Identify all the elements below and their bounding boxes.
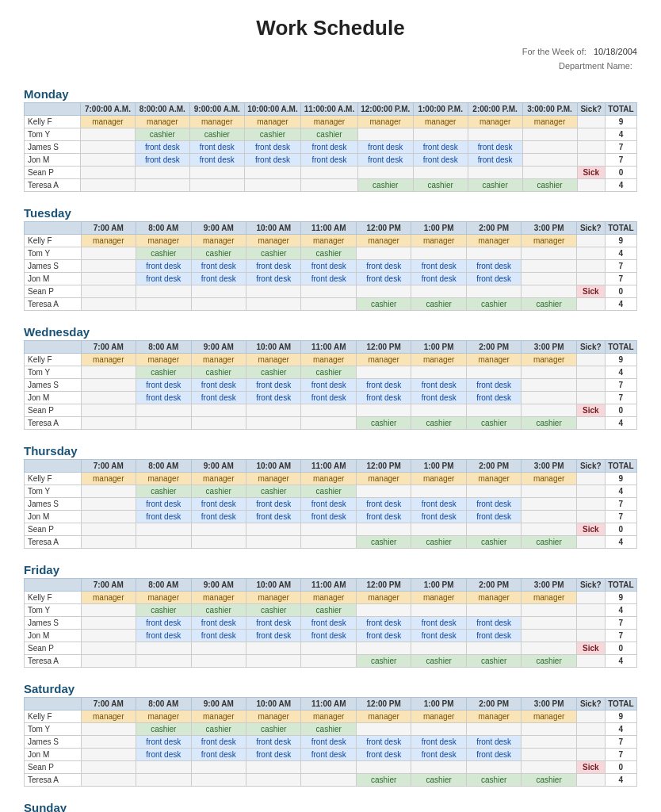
schedule-cell: front desk (136, 379, 191, 392)
schedule-cell: cashier (356, 655, 411, 668)
schedule-cell: front desk (466, 630, 521, 642)
schedule-cell (81, 774, 136, 787)
schedule-cell: manager (357, 116, 413, 128)
sick-header: Sick? (577, 103, 605, 116)
schedule-cell: front desk (411, 273, 466, 285)
employee-name: Sean P (25, 167, 81, 179)
time-header: 12:00 PM (356, 698, 411, 710)
day-section-sunday: Sunday7:00 AM8:00 AM9:00 AM10:00 AM11:00… (24, 801, 637, 812)
schedule-cell (466, 642, 521, 655)
sick-cell: Sick (576, 642, 605, 655)
header-info: For the Week of: 10/18/2004 Department N… (24, 45, 637, 73)
schedule-cell: cashier (413, 179, 468, 192)
time-header: 9:00 AM (191, 341, 246, 354)
total-cell: 4 (605, 128, 636, 141)
time-header: 10:00:00 A.M. (244, 103, 301, 116)
total-cell: 0 (605, 523, 636, 536)
sick-cell (576, 536, 605, 549)
time-header: 7:00 AM (81, 579, 136, 592)
schedule-cell (411, 485, 466, 498)
schedule-cell: cashier (411, 298, 466, 311)
schedule-cell (356, 761, 411, 774)
schedule-cell: cashier (191, 247, 246, 260)
schedule-cell: front desk (191, 392, 246, 404)
time-header: 8:00 AM (136, 460, 191, 473)
schedule-cell: manager (136, 354, 191, 366)
table-row: Tom Ycashiercashiercashiercashier4 (25, 128, 637, 141)
table-row: Sean PSick0 (25, 642, 637, 655)
table-row: Teresa Acashiercashiercashiercashier4 (25, 774, 637, 787)
schedule-cell (81, 366, 136, 379)
schedule-cell (301, 774, 356, 787)
employee-name: Tom Y (25, 604, 82, 617)
total-cell: 7 (605, 617, 636, 630)
table-row: James Sfront deskfront deskfront deskfro… (25, 498, 637, 511)
day-section-saturday: Saturday7:00 AM8:00 AM9:00 AM10:00 AM11:… (24, 682, 637, 787)
schedule-cell: cashier (411, 655, 466, 668)
sick-cell (577, 128, 605, 141)
table-row: Tom Ycashiercashiercashiercashier4 (25, 723, 637, 736)
schedule-cell: front desk (466, 749, 521, 761)
total-cell: 4 (605, 723, 636, 736)
schedule-cell (356, 247, 411, 260)
schedule-cell (246, 774, 300, 787)
time-header: 3:00 PM (522, 460, 576, 473)
schedule-cell (81, 379, 136, 392)
schedule-cell (135, 179, 189, 192)
sick-cell (577, 154, 605, 167)
schedule-cell (246, 761, 300, 774)
table-row: Kelly Fmanagermanagermanagermanagermanag… (25, 354, 637, 366)
table-row: Jon Mfront deskfront deskfront deskfront… (25, 630, 637, 642)
schedule-cell (522, 630, 576, 642)
schedule-cell (522, 366, 576, 379)
total-cell: 4 (605, 774, 636, 787)
employee-name: Sean P (25, 642, 82, 655)
sick-cell (577, 116, 605, 128)
schedule-cell: cashier (191, 723, 246, 736)
schedule-cell: manager (191, 354, 246, 366)
schedule-cell: cashier (191, 485, 246, 498)
schedule-cell: front desk (246, 511, 300, 523)
employee-name: Tom Y (25, 485, 82, 498)
schedule-cell: manager (466, 354, 521, 366)
schedule-cell (81, 285, 136, 298)
total-cell: 4 (605, 417, 636, 430)
total-cell: 7 (605, 511, 636, 523)
schedule-cell: manager (522, 116, 577, 128)
schedule-cell: front desk (411, 736, 466, 749)
week-of-label: For the Week of: (522, 47, 586, 56)
schedule-cell (81, 260, 136, 273)
employee-name: Tom Y (25, 366, 82, 379)
sick-cell (576, 736, 605, 749)
table-row: Teresa Acashiercashiercashiercashier4 (25, 298, 637, 311)
schedule-cell: front desk (357, 141, 413, 154)
schedule-cell (411, 285, 466, 298)
total-cell: 0 (605, 285, 636, 298)
total-header: TOTAL (605, 103, 636, 116)
schedule-cell: manager (301, 592, 356, 604)
schedule-cell (136, 404, 191, 417)
schedule-cell: cashier (191, 366, 246, 379)
employee-name: Teresa A (25, 298, 82, 311)
sick-header: Sick? (576, 579, 605, 592)
schedule-cell: front desk (301, 511, 356, 523)
schedule-cell (189, 167, 244, 179)
sick-cell: Sick (576, 523, 605, 536)
total-cell: 7 (605, 154, 636, 167)
total-cell: 4 (605, 366, 636, 379)
schedule-cell: front desk (136, 260, 191, 273)
sick-cell (576, 354, 605, 366)
table-row: Tom Ycashiercashiercashiercashier4 (25, 485, 637, 498)
schedule-cell (522, 498, 576, 511)
schedule-cell: manager (466, 235, 521, 247)
schedule-cell: manager (81, 710, 136, 723)
table-row: Kelly Fmanagermanagermanagermanagermanag… (25, 116, 637, 128)
employee-name: Tom Y (25, 128, 81, 141)
sick-cell (576, 630, 605, 642)
schedule-cell: cashier (411, 536, 466, 549)
schedule-cell (522, 141, 577, 154)
schedule-cell (411, 723, 466, 736)
time-header: 8:00 AM (136, 222, 191, 235)
schedule-cell (466, 523, 521, 536)
day-label-sunday: Sunday (24, 801, 637, 812)
